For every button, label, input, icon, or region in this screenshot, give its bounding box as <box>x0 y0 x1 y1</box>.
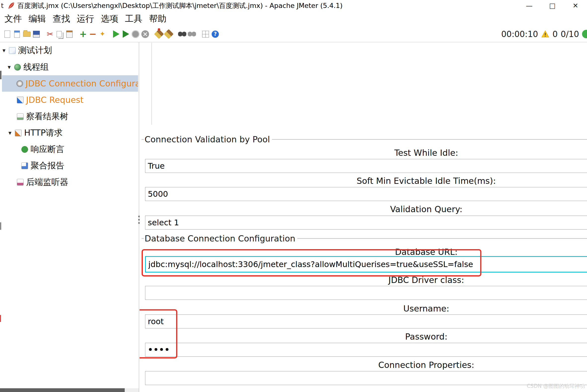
menu-help[interactable]: 帮助 <box>149 13 166 24</box>
thread-group-icon <box>14 64 21 70</box>
elapsed-time: 00:00:10 <box>501 29 538 39</box>
username-field[interactable] <box>145 314 587 328</box>
test-plan-icon <box>9 47 16 54</box>
connection-properties-field[interactable] <box>145 371 587 385</box>
tree-item-backend-listener[interactable]: 后端监听器 <box>0 174 138 190</box>
backend-listener-icon <box>17 179 24 186</box>
collapse-all-icon[interactable]: − <box>88 28 98 40</box>
save-icon[interactable] <box>32 28 41 40</box>
soft-min-evictable-idle-time-field[interactable] <box>145 187 587 201</box>
templates-icon[interactable] <box>12 28 22 40</box>
close-button[interactable]: ✕ <box>564 0 587 11</box>
chevron-down-icon[interactable]: ▾ <box>2 47 9 54</box>
password-label: Password: <box>145 332 587 342</box>
toolbar: ✂ + − ✦ ? 00:00:10 0 0/10 <box>0 26 587 42</box>
jdbc-connection-configuration-panel: Connection Validation by Pool Test While… <box>140 42 587 392</box>
aggregate-report-icon <box>21 162 28 169</box>
group-connection-validation-by-pool: Connection Validation by Pool <box>142 134 587 144</box>
shutdown-icon[interactable] <box>140 28 150 40</box>
menu-run[interactable]: 运行 <box>77 13 94 24</box>
tree-item-jdbc-request[interactable]: JDBC Request <box>0 92 138 108</box>
start-icon[interactable] <box>111 28 121 40</box>
toolbar-status: 00:00:10 0 0/10 <box>501 29 587 39</box>
soft-min-evictable-idle-time-label: Soft Min Evictable Idle Time(ms): <box>145 176 587 186</box>
paste-icon[interactable] <box>64 28 74 40</box>
jdbc-driver-class-field[interactable] <box>145 286 587 300</box>
error-count: 0 <box>552 29 558 39</box>
tree-item-view-results-tree[interactable]: 察看结果树 <box>0 108 138 125</box>
tree-item-http-request[interactable]: ▾ HTTP请求 <box>0 125 138 141</box>
chevron-down-icon[interactable]: ▾ <box>8 130 15 136</box>
jdbc-request-icon <box>17 97 24 103</box>
test-running-indicator-icon <box>582 30 587 38</box>
database-url-field[interactable] <box>145 256 587 272</box>
copy-icon[interactable] <box>55 28 64 40</box>
warning-icon[interactable] <box>541 30 550 38</box>
group-database-connection-configuration: Database Connection Configuration <box>142 234 587 244</box>
validation-query-field[interactable] <box>145 216 587 230</box>
validation-query-label: Validation Query: <box>145 204 587 214</box>
username-label: Username: <box>145 304 587 314</box>
menu-search[interactable]: 查找 <box>53 13 70 24</box>
panel-border-artifact <box>152 43 152 125</box>
new-file-icon[interactable] <box>2 28 12 40</box>
test-while-idle-field[interactable] <box>145 159 587 173</box>
expand-all-icon[interactable]: + <box>78 28 88 40</box>
password-field[interactable] <box>145 343 587 357</box>
tree-item-jdbc-connection-configuration[interactable]: JDBC Connection Configurat <box>2 75 138 92</box>
menu-tools[interactable]: 工具 <box>125 13 142 24</box>
maximize-button[interactable]: □ <box>541 0 564 11</box>
stop-icon[interactable] <box>131 28 140 40</box>
connection-properties-label: Connection Properties: <box>145 360 587 370</box>
active-threads: 0/10 <box>561 29 579 39</box>
tree-item-response-assertion[interactable]: 响应断言 <box>0 141 138 158</box>
search-reset-icon[interactable] <box>187 28 197 40</box>
jdbc-driver-class-label: JDBC Driver class: <box>145 275 587 285</box>
tree-item-test-plan[interactable]: ▾ 测试计划 <box>0 42 138 59</box>
title-bar: t 百度测试.jmx (C:\Users\zhengxl\Desktop\工作测… <box>0 0 587 11</box>
cut-icon[interactable]: ✂ <box>45 28 55 40</box>
menu-bar: 文件 编辑 查找 运行 选项 工具 帮助 <box>0 11 587 26</box>
test-plan-tree: ▾ 测试计划 ▾ 线程组 JDBC Connection Configurat … <box>0 42 139 392</box>
chevron-down-icon[interactable]: ▾ <box>8 64 14 70</box>
window-title: 百度测试.jmx (C:\Users\zhengxl\Desktop\工作测试脚… <box>18 1 342 10</box>
start-no-pauses-icon[interactable] <box>121 28 131 40</box>
tree-item-aggregate-report[interactable]: 聚合报告 <box>0 158 138 174</box>
watermark: CSDN @图图的动耳神功 <box>527 382 585 390</box>
clear-all-icon[interactable] <box>164 28 174 40</box>
menu-options[interactable]: 选项 <box>101 13 118 24</box>
menu-edit[interactable]: 编辑 <box>28 13 46 24</box>
menu-file[interactable]: 文件 <box>4 13 22 24</box>
function-helper-icon[interactable] <box>201 28 210 40</box>
view-results-tree-icon <box>17 113 24 120</box>
jdbc-connection-configuration-icon <box>16 80 23 87</box>
response-assertion-icon <box>21 146 28 153</box>
tree-horizontal-scrollbar[interactable] <box>0 388 139 392</box>
minimize-button[interactable]: — <box>518 0 541 11</box>
search-icon[interactable] <box>177 28 187 40</box>
database-url-label: Database URL: <box>145 247 587 257</box>
clear-icon[interactable] <box>154 28 164 40</box>
scrollbar-thumb[interactable] <box>0 388 125 392</box>
screen-artifact: t <box>1 2 6 10</box>
test-while-idle-label: Test While Idle: <box>145 148 587 158</box>
help-icon[interactable]: ? <box>210 28 220 40</box>
open-file-icon[interactable] <box>22 28 32 40</box>
toggle-icon[interactable]: ✦ <box>98 28 107 40</box>
jmeter-logo-icon <box>8 2 15 10</box>
http-request-icon <box>15 130 22 136</box>
tree-item-thread-group[interactable]: ▾ 线程组 <box>0 59 138 75</box>
